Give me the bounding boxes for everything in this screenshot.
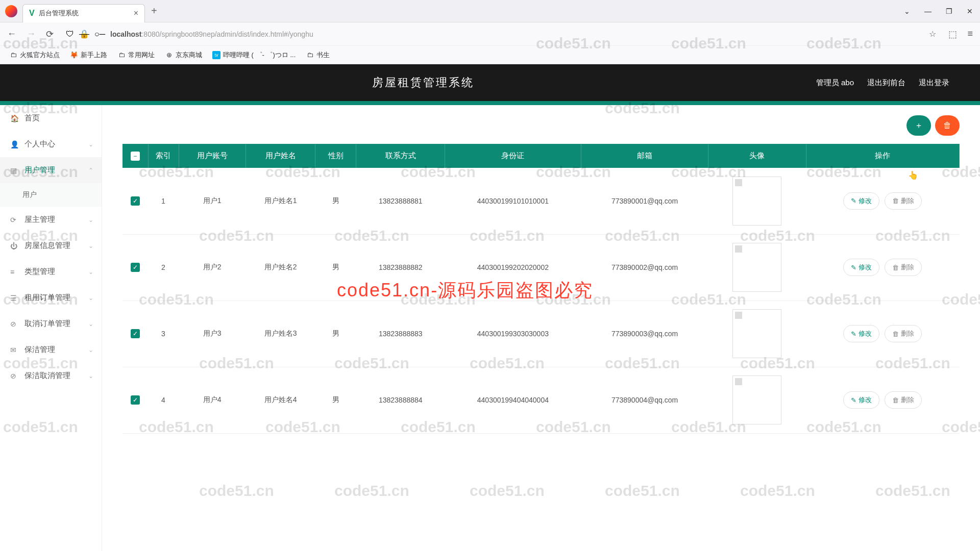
delete-button[interactable]: 🗑 删除: [885, 192, 922, 210]
trash-icon: 🗑: [892, 264, 899, 271]
avatar-placeholder: [732, 375, 781, 424]
sidebar-item[interactable]: ⏻房屋信息管理⌄: [0, 233, 102, 259]
bookmark-star-icon[interactable]: ☆: [929, 29, 936, 39]
reload-button[interactable]: ⟳: [44, 27, 56, 42]
cell-index: 2: [148, 234, 179, 300]
menu-icon: ▤: [10, 166, 19, 174]
row-checkbox[interactable]: ✓: [131, 196, 140, 206]
minimize-button[interactable]: —: [924, 7, 932, 15]
browser-tab[interactable]: V 后台管理系统 ×: [22, 4, 145, 22]
menu-icon[interactable]: ≡: [965, 27, 975, 41]
cell-index: 1: [148, 168, 179, 234]
table-header: 用户账号: [179, 144, 246, 168]
menu-label: 屋主管理: [24, 215, 55, 224]
batch-delete-button[interactable]: 🗑: [935, 115, 960, 136]
cell-account: 用户2: [179, 234, 246, 300]
bookmark-item[interactable]: ⊕京东商城: [165, 51, 202, 60]
app-header: 房屋租赁管理系统 管理员 abo 退出到前台 退出登录: [0, 64, 980, 101]
sidebar-item[interactable]: 👤个人中心⌄: [0, 131, 102, 157]
bilibili-icon: tv: [212, 51, 220, 59]
sidebar-item[interactable]: ⊘取消订单管理⌄: [0, 311, 102, 337]
sidebar-item[interactable]: ☰租用订单管理⌄: [0, 285, 102, 311]
sidebar-item[interactable]: 🏠首页: [0, 105, 102, 131]
menu-icon: 🏠: [10, 114, 19, 122]
sidebar-item[interactable]: ⊘保洁取消管理⌄: [0, 363, 102, 389]
admin-label[interactable]: 管理员 abo: [816, 78, 854, 88]
browser-tab-bar: V 后台管理系统 × + ⌄ — ❐ ✕: [0, 0, 980, 22]
cell-index: 4: [148, 367, 179, 433]
add-button[interactable]: ＋: [906, 115, 931, 136]
menu-icon: ✉: [10, 346, 19, 354]
sidebar-item[interactable]: ⟳屋主管理⌄: [0, 207, 102, 233]
menu-icon: ⊘: [10, 372, 19, 380]
cell-ops: ✎ 修改 🗑 删除: [806, 300, 959, 367]
chevron-icon: ⌄: [88, 141, 93, 148]
url-text: localhost:8080/springboot89nep/admin/dis…: [110, 30, 313, 38]
cell-avatar: [708, 168, 806, 234]
teal-divider: [0, 101, 980, 105]
table-header: 头像: [708, 144, 806, 168]
extensions-icon[interactable]: ⬚: [946, 27, 959, 42]
edit-button[interactable]: ✎ 修改: [843, 192, 879, 210]
bookmark-item[interactable]: 🗀火狐官方站点: [9, 51, 60, 60]
select-all-checkbox[interactable]: −: [131, 152, 140, 161]
folder-icon: 🗀: [117, 51, 126, 59]
row-checkbox[interactable]: ✓: [131, 263, 140, 272]
edit-icon: ✎: [851, 330, 856, 338]
bookmark-item[interactable]: 🗀常用网址: [117, 51, 155, 60]
back-button[interactable]: ←: [5, 27, 18, 41]
avatar-placeholder: [732, 243, 781, 292]
cell-avatar: [708, 234, 806, 300]
bookmark-item[interactable]: 🗀书生: [306, 51, 330, 60]
cell-ops: ✎ 修改 🗑 删除: [806, 168, 959, 234]
menu-label: 个人中心: [24, 139, 55, 149]
sidebar-item[interactable]: ≡类型管理⌄: [0, 259, 102, 285]
cell-gender: 男: [315, 300, 356, 367]
bookmarks-bar: 🗀火狐官方站点 🦊新手上路 🗀常用网址 ⊕京东商城 tv哔哩哔哩 ( ゜- ゜)…: [0, 46, 980, 64]
tabs-dropdown-icon[interactable]: ⌄: [904, 7, 910, 15]
cell-email: 773890004@qq.com: [581, 367, 708, 433]
edit-button[interactable]: ✎ 修改: [843, 325, 879, 342]
cell-ops: ✎ 修改 🗑 删除: [806, 367, 959, 433]
row-checkbox[interactable]: ✓: [131, 329, 140, 338]
sidebar-item[interactable]: ✉保洁管理⌄: [0, 337, 102, 363]
menu-label: 取消订单管理: [24, 319, 70, 329]
edit-button[interactable]: ✎ 修改: [843, 391, 879, 409]
cell-phone: 13823888884: [356, 367, 445, 433]
firefox-icon: 🦊: [70, 51, 78, 59]
maximize-button[interactable]: ❐: [946, 7, 952, 15]
menu-label: 首页: [24, 113, 40, 123]
cell-avatar: [708, 367, 806, 433]
permissions-icon: ○─: [94, 30, 105, 39]
bookmark-item[interactable]: tv哔哩哔哩 ( ゜- ゜)つロ ...: [212, 51, 296, 60]
delete-button[interactable]: 🗑 删除: [885, 391, 922, 409]
menu-icon: ⏻: [10, 242, 19, 250]
sidebar-subitem[interactable]: 用户: [0, 183, 102, 207]
image-icon: [735, 378, 742, 385]
table-header: 性别: [315, 144, 356, 168]
delete-button[interactable]: 🗑 删除: [885, 259, 922, 276]
table-row: ✓ 2 用户2 用户姓名2 男 13823888882 440300199202…: [122, 234, 960, 300]
to-frontend-link[interactable]: 退出到前台: [867, 78, 905, 88]
menu-label: 保洁取消管理: [24, 371, 70, 381]
close-tab-icon[interactable]: ×: [134, 9, 138, 18]
new-tab-button[interactable]: +: [151, 5, 157, 17]
cell-gender: 男: [315, 367, 356, 433]
table-row: ✓ 3 用户3 用户姓名3 男 13823888883 440300199303…: [122, 300, 960, 367]
url-input[interactable]: 🛡 🔒 ○─ localhost:8080/springboot89nep/ad…: [62, 29, 940, 39]
close-window-button[interactable]: ✕: [967, 7, 973, 15]
table-header: 用户姓名: [246, 144, 315, 168]
menu-icon: ☰: [10, 294, 19, 302]
forward-button[interactable]: →: [24, 27, 38, 41]
sidebar-item[interactable]: ▤用户管理⌃: [0, 157, 102, 183]
edit-button[interactable]: ✎ 修改: [843, 259, 879, 276]
folder-icon: 🗀: [9, 51, 17, 59]
row-checkbox[interactable]: ✓: [131, 395, 140, 405]
bookmark-item[interactable]: 🦊新手上路: [70, 51, 107, 60]
logout-link[interactable]: 退出登录: [919, 78, 949, 88]
cell-idcard: 440300199101010001: [445, 168, 581, 234]
address-bar: ← → ⟳ 🛡 🔒 ○─ localhost:8080/springboot89…: [0, 22, 980, 46]
avatar-placeholder: [732, 177, 781, 226]
menu-icon: 👤: [10, 140, 19, 148]
delete-button[interactable]: 🗑 删除: [885, 325, 922, 342]
